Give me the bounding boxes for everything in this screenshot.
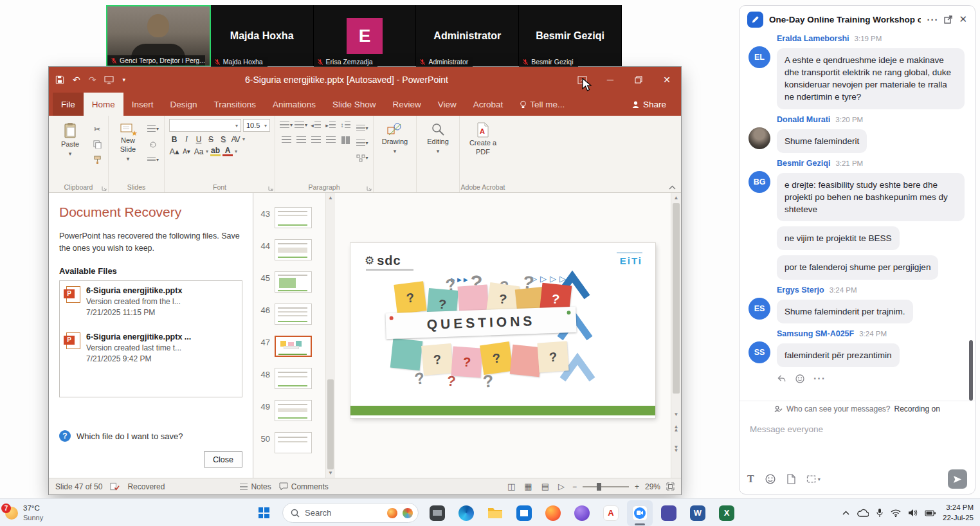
tab-design[interactable]: Design xyxy=(162,93,206,116)
tab-home[interactable]: Home xyxy=(84,93,123,116)
close-chat-icon[interactable]: ✕ xyxy=(959,14,967,25)
next-slide-icon[interactable]: ▼▼ xyxy=(671,446,681,453)
edge-icon[interactable] xyxy=(453,500,479,526)
tab-file[interactable]: File xyxy=(53,93,84,116)
underline-icon[interactable]: U xyxy=(194,135,204,144)
strikethrough-icon[interactable]: S xyxy=(206,135,216,144)
highlight-color-icon[interactable]: ab xyxy=(210,147,221,156)
grow-font-icon[interactable]: A▴ xyxy=(169,147,179,156)
normal-view-icon[interactable]: ◫ xyxy=(507,482,515,491)
font-size-combo[interactable]: 10.5▾ xyxy=(243,119,270,132)
recovered-file-item[interactable]: P 6-Siguria energjitike.pptx Version cre… xyxy=(66,286,235,317)
maximize-button[interactable] xyxy=(624,67,653,93)
start-slideshow-icon[interactable] xyxy=(104,76,114,84)
zoom-level[interactable]: 29% xyxy=(645,482,660,491)
thumbnail-44[interactable]: 44 xyxy=(253,238,325,270)
format-painter-icon[interactable] xyxy=(91,154,104,166)
redo-icon[interactable]: ↷ xyxy=(89,75,96,85)
wifi-icon[interactable] xyxy=(891,509,901,517)
convert-smartart-icon[interactable]: ▾ xyxy=(356,152,368,164)
thumbnail-49[interactable]: 49 xyxy=(253,399,325,431)
previous-slide-icon[interactable]: ▲▲ xyxy=(671,426,681,432)
video-tile-administrator[interactable]: Administrator Administrator xyxy=(416,5,519,67)
create-pdf-button[interactable]: A Create a PDF xyxy=(464,119,502,181)
recovered-status[interactable]: Recovered xyxy=(127,482,165,491)
video-tile-genci[interactable]: Genci Terpo, Drejtor i Perg... xyxy=(106,5,211,67)
tab-share[interactable]: Share xyxy=(623,93,675,116)
volume-icon[interactable] xyxy=(908,509,918,517)
shrink-font-icon[interactable]: A▾ xyxy=(181,148,192,155)
reading-view-icon[interactable]: ▤ xyxy=(541,482,549,491)
font-name-combo[interactable]: ▾ xyxy=(169,119,241,132)
recovery-help-link[interactable]: ? Which file do I want to save? xyxy=(59,430,183,442)
compose-icon[interactable] xyxy=(747,12,763,28)
app-orange-icon[interactable] xyxy=(540,500,566,526)
tab-acrobat[interactable]: Acrobat xyxy=(465,93,512,116)
reset-icon[interactable] xyxy=(147,138,159,150)
zoom-in-icon[interactable]: + xyxy=(635,482,639,491)
video-tile-erisa[interactable]: E Erisa Zemzadja xyxy=(314,5,417,67)
zoom-slider[interactable] xyxy=(583,486,629,487)
word-icon[interactable]: W xyxy=(685,500,711,526)
search-box[interactable]: Search xyxy=(282,503,419,523)
tab-transitions[interactable]: Transitions xyxy=(206,93,265,116)
thumbnail-46[interactable]: 46 xyxy=(253,302,325,334)
store-icon[interactable] xyxy=(511,500,537,526)
align-text-icon[interactable]: ▾ xyxy=(356,137,368,149)
app-dark-icon[interactable] xyxy=(424,500,450,526)
italic-icon[interactable]: I xyxy=(181,134,192,144)
text-direction-icon[interactable]: ▾ xyxy=(356,122,368,134)
notes-toggle[interactable]: Notes xyxy=(240,482,271,491)
app-purple-icon[interactable] xyxy=(569,500,595,526)
slideshow-icon[interactable]: ▷ xyxy=(558,482,565,491)
align-center-icon[interactable] xyxy=(295,134,307,146)
dialog-launcher-icon[interactable] xyxy=(367,186,372,191)
thumbnail-50[interactable]: 50 xyxy=(253,431,325,463)
minimize-button[interactable]: ─ xyxy=(596,67,624,93)
tab-view[interactable]: View xyxy=(430,93,465,116)
save-icon[interactable] xyxy=(55,75,64,84)
thumbnail-45[interactable]: 45 xyxy=(253,270,325,302)
pop-out-icon[interactable] xyxy=(944,15,953,24)
more-options-icon[interactable]: ··· xyxy=(927,14,938,25)
send-button[interactable] xyxy=(948,469,967,489)
slide-scrollbar[interactable]: ▲ ▼ ▲▲ ▼▼ xyxy=(671,193,681,478)
change-case-icon[interactable]: Aa xyxy=(194,147,204,156)
increase-indent-icon[interactable]: ▸ xyxy=(324,119,337,131)
dialog-launcher-icon[interactable] xyxy=(268,186,273,191)
video-tile-besmir[interactable]: Besmir Geziqi Besmir Geziqi xyxy=(519,5,622,67)
video-tile-majda[interactable]: Majda Hoxha Majda Hoxha xyxy=(211,5,314,67)
thumbnail-43[interactable]: 43 xyxy=(253,206,325,238)
cut-icon[interactable]: ✂ xyxy=(91,123,104,135)
line-spacing-icon[interactable]: ↕ xyxy=(339,119,352,131)
bold-icon[interactable]: B xyxy=(169,135,179,144)
fit-to-window-icon[interactable] xyxy=(666,482,675,491)
font-color-icon[interactable]: A xyxy=(222,147,233,156)
numbering-icon[interactable]: ▾ xyxy=(295,119,307,131)
thumbnail-48[interactable]: 48 xyxy=(253,367,325,399)
scroll-up-icon[interactable]: ▲ xyxy=(671,195,681,201)
dialog-launcher-icon[interactable] xyxy=(102,186,107,191)
attach-file-icon[interactable] xyxy=(786,474,795,484)
slide-sorter-icon[interactable]: ▦ xyxy=(524,482,532,491)
copy-icon[interactable] xyxy=(91,138,104,150)
text-shadow-icon[interactable]: S xyxy=(218,135,228,144)
tab-insert[interactable]: Insert xyxy=(123,93,162,116)
zoom-out-icon[interactable]: − xyxy=(572,482,577,491)
bullets-icon[interactable]: ▾ xyxy=(280,119,293,131)
onedrive-icon[interactable] xyxy=(857,509,869,517)
scroll-down-icon[interactable]: ▼ xyxy=(326,470,335,476)
columns-icon[interactable] xyxy=(339,134,352,146)
justify-icon[interactable] xyxy=(324,134,337,146)
recovered-file-item[interactable]: P 6-Siguria energjitike.pptx ... Version… xyxy=(66,332,235,363)
hidden-icons-chevron-icon[interactable] xyxy=(842,510,850,516)
emoji-icon[interactable] xyxy=(765,474,776,484)
screenshot-icon[interactable]: ▾ xyxy=(806,475,821,484)
tab-tell-me[interactable]: Tell me... xyxy=(511,93,573,116)
thumbnail-47-selected[interactable]: 47 xyxy=(253,334,325,367)
recovery-close-button[interactable]: Close xyxy=(204,451,242,467)
zoom-icon[interactable] xyxy=(627,500,653,526)
acrobat-icon[interactable]: A xyxy=(598,500,624,526)
excel-icon[interactable]: X xyxy=(714,500,740,526)
paste-button[interactable]: Paste▾ xyxy=(53,119,87,181)
